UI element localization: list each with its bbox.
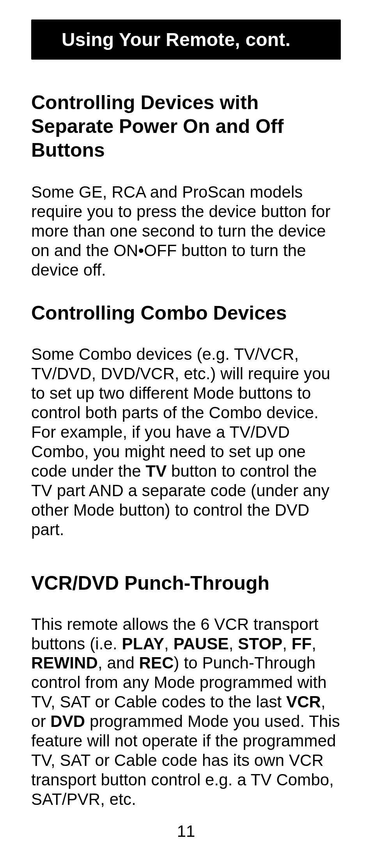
heading-combo-devices: Controlling Combo Devices	[31, 301, 341, 325]
bold-rewind: REWIND	[31, 654, 98, 672]
bold-play: PLAY	[122, 635, 165, 653]
text-run: ,	[282, 635, 292, 653]
text-run: ,	[312, 635, 316, 653]
bold-pause: PAUSE	[174, 635, 229, 653]
text-run: ,	[164, 635, 174, 653]
heading-power-buttons: Controlling Devices with Separate Power …	[31, 91, 341, 162]
text-run: , and	[98, 654, 139, 672]
section-power-buttons: Controlling Devices with Separate Power …	[31, 91, 341, 280]
body-punch-through: This remote allows the 6 VCR transport b…	[31, 615, 341, 810]
section-punch-through: VCR/DVD Punch-Through This remote allows…	[31, 571, 341, 810]
bold-ff: FF	[292, 635, 312, 653]
bold-rec: REC	[139, 654, 174, 672]
bold-stop: STOP	[238, 635, 282, 653]
section-combo-devices: Controlling Combo Devices Some Combo dev…	[31, 301, 341, 539]
bold-vcr: VCR	[286, 693, 321, 711]
body-power-buttons: Some GE, RCA and ProScan models require …	[31, 182, 341, 280]
text-run: Some Combo devices (e.g. TV/VCR, TV/DVD,…	[31, 345, 330, 480]
page-banner: Using Your Remote, cont.	[31, 19, 341, 60]
page-number: 11	[0, 822, 372, 841]
text-run: ,	[229, 635, 238, 653]
body-combo-devices: Some Combo devices (e.g. TV/VCR, TV/DVD,…	[31, 345, 341, 539]
heading-punch-through: VCR/DVD Punch-Through	[31, 571, 341, 595]
bold-tv: TV	[145, 462, 167, 480]
bold-dvd: DVD	[50, 712, 85, 730]
